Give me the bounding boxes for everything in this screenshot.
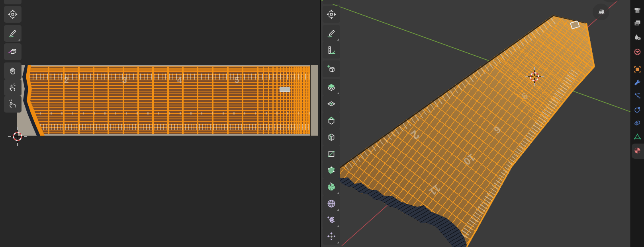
measure-tool-button[interactable]	[323, 42, 340, 58]
rip-region-tool-button[interactable]	[4, 43, 22, 60]
knife-tool-button[interactable]	[323, 146, 340, 162]
ruler-mid-marks	[29, 112, 310, 115]
bevel-tool-button[interactable]	[323, 112, 340, 129]
object-properties-icon	[633, 65, 642, 75]
scene-properties-icon	[633, 33, 642, 43]
object-properties-tab[interactable]	[631, 64, 644, 76]
bevel-icon	[326, 115, 337, 126]
tool-group-indicator	[337, 241, 339, 243]
measure-icon	[326, 45, 337, 55]
add-cube-tool-button[interactable]	[323, 60, 340, 77]
physics-properties-icon	[633, 105, 642, 115]
texture-right-border	[310, 65, 318, 136]
shrink-fatten-icon	[326, 231, 337, 241]
3d-viewport[interactable]: 235961011	[321, 0, 630, 247]
tool-group-indicator	[337, 225, 339, 227]
relax-tool-button[interactable]	[4, 79, 22, 96]
scale-icon	[8, 0, 18, 1]
shrink-fatten-tool-button[interactable]	[323, 228, 340, 245]
constraint-properties-icon	[633, 119, 642, 129]
particle-properties-tab[interactable]	[631, 90, 644, 103]
loop-cut-tool-button[interactable]	[323, 129, 340, 146]
uv-active-face[interactable]	[280, 87, 290, 92]
world-properties-icon	[633, 48, 642, 58]
modifier-properties-icon	[633, 79, 642, 89]
annotate-icon	[8, 28, 18, 39]
knife-icon	[326, 149, 337, 159]
randomize-tool-button[interactable]	[323, 212, 340, 228]
scene-properties-tab[interactable]	[631, 31, 644, 44]
material-properties-icon	[633, 146, 642, 156]
render-properties-tab[interactable]	[631, 5, 644, 18]
grab-icon	[8, 66, 18, 76]
tool-group-indicator	[337, 209, 339, 211]
transform-tool-button[interactable]	[4, 6, 22, 23]
pinch-icon	[8, 99, 18, 109]
randomize-icon	[326, 215, 337, 225]
ruler-ticks-top	[29, 74, 310, 80]
orthographic-toggle-button[interactable]	[593, 4, 609, 20]
properties-tab-strip	[631, 0, 644, 247]
annotate-tool-button[interactable]	[323, 25, 340, 42]
tool-group-indicator	[337, 39, 339, 41]
constraint-properties-tab[interactable]	[631, 117, 644, 130]
poly-build-tool-button[interactable]	[323, 162, 340, 179]
grab-tool-button[interactable]	[4, 62, 22, 79]
inset-faces-icon	[326, 99, 337, 109]
extrude-region-tool-button[interactable]	[323, 79, 340, 95]
render-properties-icon	[633, 6, 642, 16]
ruler-number: 4	[177, 75, 182, 85]
uv-texture-image[interactable]: 2345	[17, 65, 318, 136]
view-layer-properties-tab[interactable]	[631, 18, 644, 30]
blender-window: 2345 23	[0, 0, 644, 247]
annotate-icon	[326, 28, 337, 39]
world-properties-tab[interactable]	[631, 46, 644, 59]
scale-tool-button[interactable]	[4, 0, 22, 4]
particle-properties-icon	[633, 92, 642, 102]
object-data-properties-icon	[633, 132, 642, 142]
ruler-number: 3	[122, 75, 127, 85]
view-layer-properties-icon	[633, 19, 642, 29]
spin-tool-button[interactable]	[323, 179, 340, 195]
tool-group-indicator	[18, 39, 20, 41]
tool-group-indicator	[337, 192, 339, 194]
annotate-tool-button[interactable]	[4, 25, 22, 42]
poly-build-icon	[326, 165, 337, 175]
scale-icon	[326, 0, 337, 1]
transform-icon	[326, 9, 337, 19]
relax-icon	[8, 82, 18, 93]
transform-icon	[8, 9, 18, 19]
inset-faces-tool-button[interactable]	[323, 95, 340, 112]
uv-2d-cursor[interactable]	[18, 136, 29, 149]
material-properties-tab[interactable]	[631, 145, 644, 158]
pinch-tool-button[interactable]	[4, 96, 22, 113]
grid-icon	[596, 7, 606, 17]
transform-tool-button[interactable]	[323, 6, 340, 23]
ruler-number: 5	[235, 75, 239, 85]
spin-icon	[326, 182, 337, 192]
loop-cut-icon	[326, 132, 337, 142]
uv-editor-viewport[interactable]: 2345	[0, 0, 320, 247]
rip-region-icon	[8, 47, 18, 57]
smooth-icon	[326, 198, 337, 209]
object-data-properties-tab[interactable]	[631, 131, 644, 144]
3d-cursor[interactable]	[534, 77, 546, 89]
scale-tool-button[interactable]	[323, 0, 340, 4]
tool-group-indicator	[337, 92, 339, 94]
add-cube-icon	[326, 64, 337, 74]
extrude-region-icon	[326, 82, 337, 92]
modifier-properties-tab[interactable]	[631, 77, 644, 90]
ruler-number: 2	[64, 75, 69, 85]
physics-properties-tab[interactable]	[631, 104, 644, 117]
smooth-tool-button[interactable]	[323, 195, 340, 212]
ruler-ticks-bottom	[29, 124, 310, 130]
